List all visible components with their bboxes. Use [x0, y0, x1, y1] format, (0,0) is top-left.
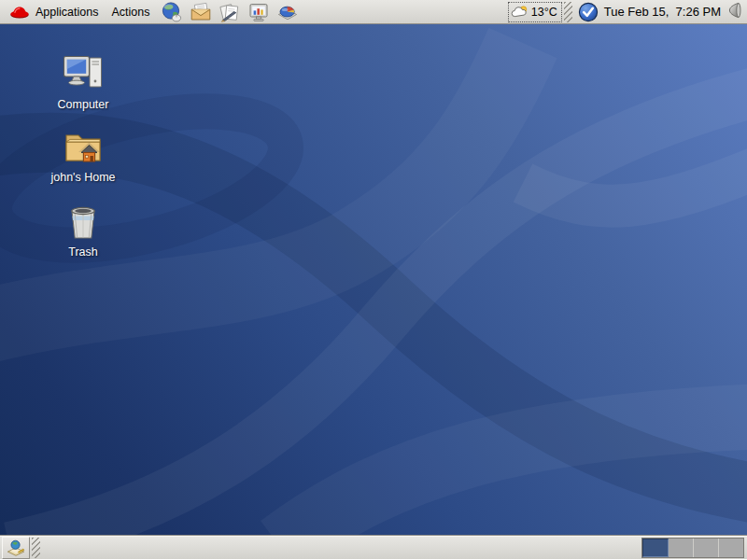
weather-applet[interactable]: 13°C: [508, 2, 562, 22]
globe-mouse-icon: [161, 1, 183, 23]
workspace-switcher: [641, 538, 744, 558]
speaker-icon: [726, 1, 744, 22]
actions-menu-label: Actions: [111, 6, 149, 19]
clock-applet[interactable]: Tue Feb 15, 7:26 PM: [574, 2, 725, 22]
workspace-cell-1-active[interactable]: [642, 539, 669, 557]
workspace-cell-4[interactable]: [719, 539, 743, 557]
applications-menu[interactable]: Applications: [2, 0, 105, 23]
show-desktop-button[interactable]: [2, 537, 30, 559]
pie-chart-icon: [276, 1, 299, 23]
envelope-letter-icon: [190, 1, 212, 23]
show-desktop-icon: [5, 537, 27, 559]
workspace-cell-2[interactable]: [669, 539, 694, 557]
desktop-icon-label: Trash: [68, 245, 98, 259]
applications-menu-label: Applications: [35, 6, 98, 19]
workspace-cell-3[interactable]: [694, 539, 719, 557]
presentation-launcher[interactable]: [247, 1, 271, 23]
web-browser-launcher[interactable]: [160, 1, 184, 23]
top-panel: Applications Actions: [0, 0, 747, 24]
actions-menu[interactable]: Actions: [105, 0, 156, 23]
panel-drag-handle[interactable]: [32, 538, 40, 558]
blue-check-badge-icon: [578, 2, 599, 22]
desktop-icon-label: Computer: [58, 98, 109, 111]
trash-can-icon: [61, 199, 106, 244]
desktop[interactable]: Computer john's Home: [0, 24, 747, 535]
bottom-panel: [0, 535, 747, 559]
clock-text: Tue Feb 15, 7:26 PM: [604, 5, 721, 19]
red-hat-icon: [8, 1, 31, 23]
volume-applet[interactable]: [725, 1, 745, 23]
cloud-sun-icon: [511, 5, 529, 20]
spreadsheet-launcher[interactable]: [275, 1, 300, 23]
documents-pen-icon: [218, 1, 241, 23]
email-launcher[interactable]: [189, 1, 213, 23]
monitor-chart-icon: [247, 1, 270, 23]
desktop-icon-label: john's Home: [50, 171, 115, 184]
weather-temperature: 13°C: [531, 6, 557, 19]
applet-drag-handle[interactable]: [564, 2, 572, 22]
desktop-icon-johns-home[interactable]: john's Home: [36, 124, 130, 184]
launcher-icons: [160, 1, 300, 23]
home-folder-icon: [61, 124, 106, 169]
computer-icon: [61, 51, 106, 96]
desktop-icon-computer[interactable]: Computer: [36, 51, 130, 111]
word-processor-launcher[interactable]: [218, 1, 242, 23]
desktop-icon-trash[interactable]: Trash: [36, 199, 130, 259]
